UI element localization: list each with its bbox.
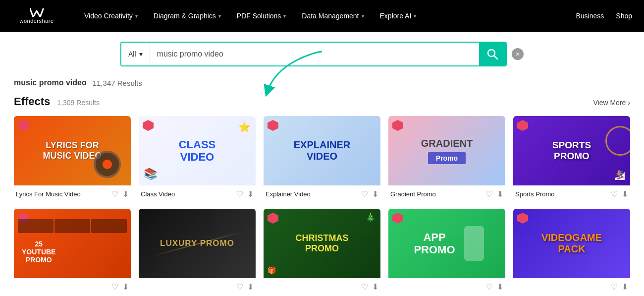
search-button[interactable]	[479, 43, 506, 65]
search-section: All ▾ ×	[0, 32, 644, 74]
card-actions: ♡ ⬇	[236, 282, 254, 292]
card-class-video[interactable]: CLASSVIDEO 📚 ⭐ Class Video ♡ ⬇	[139, 116, 256, 201]
card-info: ♡ ⬇	[264, 278, 380, 294]
card-actions: ♡ ⬇	[111, 282, 129, 292]
nav-item-ai[interactable]: Explore AI ▾	[373, 8, 424, 24]
like-button[interactable]: ♡	[111, 282, 118, 292]
card-lyrics-music-video[interactable]: LYRICS FORMUSIC VIDEO Lyrics For Music V…	[14, 116, 131, 201]
download-button[interactable]: ⬇	[247, 189, 254, 199]
card-thumbnail: LYRICS FORMUSIC VIDEO	[14, 116, 131, 185]
clear-button[interactable]: ×	[512, 48, 524, 60]
download-button[interactable]: ⬇	[372, 282, 378, 292]
card-thumbnail: 25YOUTUBEPROMO	[14, 209, 131, 278]
like-button[interactable]: ♡	[236, 189, 243, 199]
download-button[interactable]: ⬇	[622, 189, 628, 199]
card-thumbnail: SPORTSPROMO 🏂	[513, 116, 630, 185]
card-thumbnail: GRADIENT Promo	[388, 116, 505, 185]
results-header: music promo video 11,347 Results	[0, 74, 644, 95]
card-name: Sports Promo	[515, 190, 554, 198]
chevron-down-icon: ▾	[414, 13, 416, 19]
thumb-label: SPORTSPROMO	[548, 136, 595, 166]
card-thumbnail: CHRISTMASPROMO 🎄 🎁	[264, 209, 380, 278]
card-actions: ♡ ⬇	[236, 189, 254, 199]
card-info: ♡ ⬇	[139, 278, 256, 294]
search-container: All ▾	[120, 42, 507, 66]
card-actions: ♡ ⬇	[486, 282, 503, 292]
close-icon: ×	[516, 51, 520, 58]
nav-item-data[interactable]: Data Management ▾	[295, 8, 371, 24]
thumb-label: VIDEOGAMEPACK	[537, 228, 606, 259]
nav-shop[interactable]: Shop	[616, 12, 632, 20]
view-more-button[interactable]: View More ›	[593, 99, 630, 107]
section-count: 1,309 Results	[57, 99, 100, 107]
download-button[interactable]: ⬇	[622, 282, 628, 292]
download-button[interactable]: ⬇	[497, 282, 503, 292]
thumb-label: EXPLAINERVIDEO	[290, 135, 354, 166]
nav-items: Video Creativity ▾ Diagram & Graphics ▾ …	[77, 8, 576, 24]
nav-item-video-creativity[interactable]: Video Creativity ▾	[77, 8, 145, 24]
card-info: Class Video ♡ ⬇	[139, 185, 256, 201]
thumb-sub-label: Promo	[428, 152, 466, 164]
card-actions: ♡ ⬇	[361, 189, 378, 199]
card-thumbnail: LUXURY PROMO	[139, 209, 256, 278]
card-youtube-promo[interactable]: 25YOUTUBEPROMO ♡ ⬇	[14, 209, 131, 294]
nav-right: Business Shop	[576, 12, 632, 20]
like-button[interactable]: ♡	[486, 282, 493, 292]
effects-section: Effects 1,309 Results View More › LYRICS…	[0, 95, 644, 296]
thumb-label: 25YOUTUBEPROMO	[18, 236, 59, 268]
card-gradient-promo[interactable]: GRADIENT Promo Gradient Promo ♡ ⬇	[388, 116, 505, 201]
download-button[interactable]: ⬇	[372, 189, 378, 199]
card-thumbnail: VIDEOGAMEPACK	[513, 209, 630, 278]
card-name: Explainer Video	[266, 190, 311, 198]
nav-item-diagram[interactable]: Diagram & Graphics ▾	[147, 8, 228, 24]
like-button[interactable]: ♡	[111, 189, 118, 199]
like-button[interactable]: ♡	[611, 189, 618, 199]
card-sports-promo[interactable]: SPORTSPROMO 🏂 Sports Promo ♡ ⬇	[513, 116, 630, 201]
like-button[interactable]: ♡	[236, 282, 243, 292]
card-thumbnail: EXPLAINERVIDEO	[264, 116, 380, 185]
card-christmas-promo[interactable]: CHRISTMASPROMO 🎄 🎁 ♡ ⬇	[264, 209, 380, 294]
card-info: ♡ ⬇	[513, 278, 630, 294]
chevron-down-icon: ▾	[283, 13, 286, 19]
search-category-dropdown[interactable]: All ▾	[121, 43, 150, 65]
card-luxury-promo[interactable]: LUXURY PROMO ♡ ⬇	[139, 209, 256, 294]
nav-item-pdf[interactable]: PDF Solutions ▾	[230, 8, 293, 24]
query-text: music promo video	[14, 78, 87, 87]
card-thumbnail: APPPROMO	[388, 209, 505, 278]
like-button[interactable]: ♡	[361, 189, 368, 199]
effects-card-grid-row2: 25YOUTUBEPROMO ♡ ⬇ LUXURY PROMO	[14, 209, 630, 294]
card-actions: ♡ ⬇	[611, 189, 628, 199]
like-button[interactable]: ♡	[486, 189, 493, 199]
thumb-label: GRADIENT	[421, 138, 473, 149]
like-button[interactable]: ♡	[611, 282, 618, 292]
search-input[interactable]	[150, 43, 479, 65]
nav-business[interactable]: Business	[576, 12, 604, 20]
card-app-promo[interactable]: APPPROMO ♡ ⬇	[388, 209, 505, 294]
download-button[interactable]: ⬇	[122, 282, 129, 292]
card-actions: ♡ ⬇	[361, 282, 378, 292]
card-info: ♡ ⬇	[388, 278, 505, 294]
download-button[interactable]: ⬇	[122, 189, 129, 199]
logo[interactable]: wondershare	[12, 8, 61, 24]
chevron-down-icon: ▾	[362, 13, 364, 19]
results-count: 11,347 Results	[93, 79, 142, 87]
brand-name: wondershare	[19, 18, 54, 24]
chevron-right-icon: ›	[628, 99, 630, 107]
thumb-label: CLASSVIDEO	[175, 134, 220, 168]
card-info: ♡ ⬇	[14, 278, 131, 294]
effects-card-grid-row1: LYRICS FORMUSIC VIDEO Lyrics For Music V…	[14, 116, 630, 201]
svg-line-1	[494, 56, 497, 59]
section-header: Effects 1,309 Results View More ›	[14, 95, 630, 108]
download-button[interactable]: ⬇	[497, 189, 503, 199]
chevron-down-icon: ▾	[135, 13, 138, 19]
thumb-label: APPPROMO	[410, 227, 459, 260]
navbar: wondershare Video Creativity ▾ Diagram &…	[0, 0, 644, 32]
download-button[interactable]: ⬇	[247, 282, 254, 292]
card-explainer-video[interactable]: EXPLAINERVIDEO Explainer Video ♡ ⬇	[264, 116, 380, 201]
card-name: Gradient Promo	[390, 190, 436, 198]
card-info: Gradient Promo ♡ ⬇	[388, 185, 505, 201]
card-actions: ♡ ⬇	[611, 282, 628, 292]
like-button[interactable]: ♡	[361, 282, 368, 292]
card-info: Explainer Video ♡ ⬇	[264, 185, 380, 201]
card-videogame-pack[interactable]: VIDEOGAMEPACK ♡ ⬇	[513, 209, 630, 294]
